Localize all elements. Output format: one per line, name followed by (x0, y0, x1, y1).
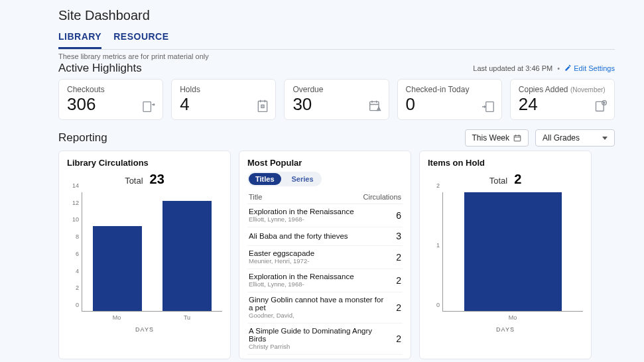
row-author: Elliott, Lynne, 1968- (249, 215, 354, 223)
card-label: Copies Added (November) (519, 85, 606, 94)
panel-most-popular: Most Popular Titles Series Title Circula… (239, 151, 411, 359)
svg-rect-7 (486, 102, 493, 112)
last-updated: Last updated at 3:46 PM • Edit Settings (473, 64, 615, 72)
calendar-icon (513, 134, 521, 142)
table-row[interactable]: Exploration in the RenaissanceElliott, L… (247, 204, 403, 227)
y-tick: 4 (76, 268, 79, 274)
edit-settings-link[interactable]: Edit Settings (564, 64, 615, 72)
card-checkedin[interactable]: Checked-in Today 0 (397, 79, 502, 120)
copies-icon (594, 99, 608, 113)
card-copies-added[interactable]: Copies Added (November) 24 (510, 79, 615, 120)
chevron-down-icon (602, 137, 608, 140)
panel-items-on-hold: Items on Hold Total2 012 Mo DAYS (419, 151, 592, 359)
card-value: 30 (292, 95, 380, 113)
row-count: 2 (392, 302, 401, 313)
row-count: 2 (392, 333, 401, 344)
y-tick: 14 (72, 182, 79, 189)
circulations-chart: 02468101214 MoTu (67, 192, 222, 325)
card-value: 0 (406, 95, 493, 113)
row-title: Easter eggscapade (249, 249, 314, 257)
hold-chart: 012 Mo (428, 192, 583, 325)
page-title: Site Dashboard (58, 8, 615, 23)
grades-label: All Grades (543, 133, 580, 143)
popular-tab-row: Titles Series (247, 172, 322, 186)
col-circulations: Circulations (363, 193, 401, 201)
card-value: 24 (519, 95, 606, 113)
card-holds[interactable]: Holds 4 H (171, 79, 276, 120)
y-tick: 2 (76, 284, 79, 291)
svg-rect-8 (596, 101, 604, 111)
grades-select[interactable]: All Grades (535, 129, 615, 147)
separator-dot: • (554, 64, 562, 72)
card-label: Holds (180, 85, 267, 94)
svg-point-6 (378, 110, 379, 111)
tab-library[interactable]: LIBRARY (58, 29, 101, 49)
table-row[interactable]: Ali Baba and the forty thieves3 (247, 227, 403, 246)
card-value: 306 (67, 95, 155, 113)
svg-rect-0 (143, 102, 151, 112)
main-tabs: LIBRARY RESOURCE (58, 29, 615, 50)
this-week-label: This Week (472, 133, 509, 143)
highlight-cards: Checkouts 306 Holds 4 H Overdue 30 Check… (58, 79, 615, 120)
row-author: Elliott, Lynne, 1968- (249, 280, 354, 288)
hold-icon: H (257, 99, 269, 113)
y-tick: 2 (436, 182, 440, 189)
card-value: 4 (180, 95, 267, 113)
card-label: Checked-in Today (406, 85, 493, 94)
row-title: Exploration in the Renaissance (249, 208, 354, 215)
bar (162, 201, 212, 311)
circulations-title: Library Circulations (67, 158, 222, 168)
card-label: Checkouts (67, 85, 155, 94)
row-title: Ali Baba and the forty thieves (249, 232, 348, 240)
x-tick: Mo (442, 314, 583, 321)
card-label: Overdue (292, 85, 380, 94)
updated-prefix: Last updated at (473, 64, 525, 72)
row-author: Goodner, David, (249, 312, 387, 319)
card-sublabel: (November) (570, 86, 606, 93)
svg-text:H: H (262, 105, 264, 108)
popular-title: Most Popular (247, 158, 403, 168)
row-author: Meunier, Henri, 1972- (249, 257, 314, 265)
y-tick: 8 (76, 233, 79, 240)
card-checkouts[interactable]: Checkouts 306 (58, 79, 163, 120)
pill-titles[interactable]: Titles (249, 173, 281, 185)
table-row[interactable]: Easter eggscapadeMeunier, Henri, 1972-2 (247, 246, 403, 269)
row-count: 6 (392, 210, 401, 221)
y-tick: 10 (72, 216, 79, 223)
pill-series[interactable]: Series (285, 173, 320, 185)
table-row[interactable]: Ginny Goblin cannot have a monster for a… (247, 292, 403, 324)
y-tick: 6 (76, 251, 79, 257)
bar-column (82, 192, 153, 311)
edit-settings-label: Edit Settings (574, 64, 615, 72)
card-overdue[interactable]: Overdue 30 (284, 79, 389, 120)
circ-total: Total23 (67, 172, 222, 187)
metrics-subnote: These library metrics are for print mate… (58, 52, 615, 60)
tab-resource[interactable]: RESOURCE (113, 29, 168, 49)
row-author: Christy Parrish (249, 343, 387, 350)
popular-header: Title Circulations (247, 190, 403, 204)
circ-axis-label: DAYS (67, 326, 222, 333)
bar (93, 226, 142, 311)
x-tick: Mo (82, 314, 152, 321)
popular-rows[interactable]: Exploration in the RenaissanceElliott, L… (247, 204, 403, 355)
hold-axis-label: DAYS (428, 326, 583, 333)
overdue-icon (369, 99, 382, 113)
bar-column (443, 192, 583, 311)
row-count: 2 (392, 275, 401, 286)
hold-total: Total2 (428, 172, 583, 187)
panel-circulations: Library Circulations Total23 02468101214… (58, 151, 231, 359)
svg-rect-10 (514, 135, 521, 141)
bar (464, 192, 562, 311)
y-tick: 0 (436, 302, 440, 308)
row-title: A Simple Guide to Dominating Angry Birds (249, 327, 387, 343)
row-title: Ginny Goblin cannot have a monster for a… (249, 296, 387, 312)
pencil-icon (564, 64, 572, 72)
hold-title: Items on Hold (428, 158, 583, 168)
y-tick: 0 (76, 302, 79, 308)
table-row[interactable]: Exploration in the RenaissanceElliott, L… (247, 269, 403, 292)
checkin-icon (482, 101, 495, 113)
active-highlights-title: Active Highlights (58, 62, 142, 75)
this-week-button[interactable]: This Week (465, 129, 529, 147)
table-row[interactable]: A Simple Guide to Dominating Angry Birds… (247, 324, 403, 355)
reporting-title: Reporting (58, 131, 107, 145)
